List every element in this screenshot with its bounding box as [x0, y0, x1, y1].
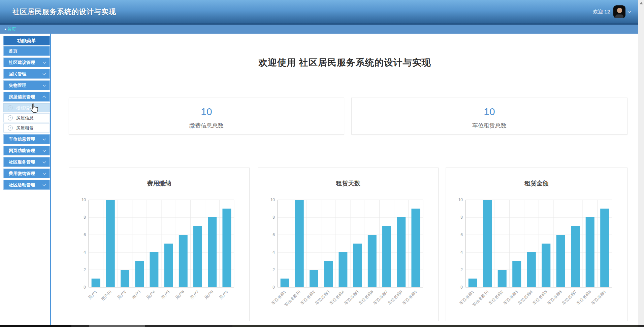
bar	[542, 244, 550, 287]
sidebar-subitem-house-rental[interactable]: ›房屋租赁	[3, 123, 50, 133]
svg-text:用户10: 用户10	[100, 289, 113, 302]
stat-label: 车位租赁总数	[352, 122, 627, 130]
svg-text:车位名称6: 车位名称6	[358, 289, 374, 306]
bar	[368, 235, 377, 287]
chevron-down-icon	[628, 10, 631, 13]
scroll-up-icon[interactable]	[640, 2, 643, 4]
svg-text:车位名称3: 车位名称3	[314, 289, 331, 306]
bar-chart: 租赁金额0246810车位名称1车位名称10车位名称2车位名称3车位名称4车位名…	[446, 168, 627, 321]
taskbar-segment	[89, 325, 145, 327]
chart-panel-1: 租赁天数0246810车位名称1车位名称10车位名称2车位名称3车位名称4车位名…	[258, 168, 439, 321]
chevron-down-icon	[43, 148, 46, 152]
svg-text:车位名称2: 车位名称2	[488, 289, 504, 306]
svg-text:车位名称4: 车位名称4	[517, 289, 534, 306]
bar	[512, 261, 521, 287]
chevron-down-icon	[43, 137, 46, 140]
chevron-down-icon	[43, 83, 46, 86]
svg-text:用户3: 用户3	[131, 289, 142, 300]
stat-value: 10	[69, 106, 344, 117]
svg-text:8: 8	[460, 215, 463, 220]
avatar-face	[617, 8, 622, 13]
sidebar-item-community-activity[interactable]: 社区活动管理	[3, 180, 50, 190]
bar	[556, 235, 565, 287]
svg-text:车位名称3: 车位名称3	[503, 289, 519, 306]
sidebar-item-fee-payment[interactable]: 费用缴纳管理	[3, 169, 50, 178]
svg-text:车位名称5: 车位名称5	[532, 289, 548, 306]
svg-text:车位名称6: 车位名称6	[546, 289, 563, 306]
sidebar-item-community-service[interactable]: 社区服务管理	[3, 157, 50, 167]
circle-arrow-icon: ›	[8, 115, 13, 120]
bar	[121, 270, 129, 287]
bar	[498, 270, 507, 287]
svg-text:车位名称10: 车位名称10	[472, 289, 490, 307]
svg-text:8: 8	[272, 215, 275, 220]
sidebar-item-parking-info[interactable]: 车位信息管理	[3, 134, 50, 144]
svg-text:用户6: 用户6	[174, 289, 185, 300]
stat-card: 10缴费信息总数	[69, 98, 344, 135]
bar	[193, 226, 202, 287]
sidebar-item-lost-found[interactable]: 失物管理	[3, 80, 50, 90]
svg-text:0: 0	[460, 285, 463, 290]
bar-chart: 费用缴纳0246810用户1用户10用户2用户3用户4用户5用户6用户7用户8用…	[69, 168, 249, 321]
sidebar-item-house-info[interactable]: 房屋信息管理	[3, 92, 50, 102]
sidebar-menu: 首页社区建议管理居民管理失物管理房屋信息管理›楼栋编号›房屋信息›房屋租赁车位信…	[3, 46, 50, 190]
sidebar-item-label: 社区活动管理	[9, 182, 35, 188]
svg-text:4: 4	[272, 250, 275, 255]
svg-text:6: 6	[272, 232, 275, 237]
sidebar-subitem-label: 楼栋编号	[16, 105, 34, 111]
svg-text:4: 4	[84, 250, 86, 255]
stat-value: 10	[352, 106, 627, 117]
svg-text:用户8: 用户8	[204, 289, 215, 300]
svg-text:车位名称7: 车位名称7	[561, 289, 578, 306]
sidebar-item-label: 失物管理	[9, 82, 26, 88]
sidebar-item-label: 居民管理	[9, 71, 26, 77]
user-menu[interactable]: 欢迎 12	[593, 0, 631, 24]
breadcrumb-home-link[interactable]: 首页	[7, 26, 16, 32]
bullet-icon: ●	[4, 27, 6, 31]
chevron-down-icon	[43, 183, 46, 186]
sidebar-item-label: 车位信息管理	[9, 136, 35, 142]
welcome-text: 欢迎 12	[593, 9, 610, 15]
svg-text:8: 8	[84, 215, 86, 220]
svg-text:6: 6	[84, 232, 86, 237]
sidebar-subitem-building-number[interactable]: ›楼栋编号	[3, 103, 50, 112]
sidebar-item-community-suggestion[interactable]: 社区建议管理	[3, 58, 50, 67]
svg-text:费用缴纳: 费用缴纳	[147, 180, 171, 187]
svg-text:2: 2	[460, 267, 463, 272]
sidebar-item-label: 社区服务管理	[9, 159, 35, 165]
bar	[353, 244, 362, 287]
svg-text:车位名称9: 车位名称9	[401, 289, 418, 306]
page-title: 欢迎使用 社区居民服务系统的设计与实现	[51, 57, 638, 69]
bar	[150, 252, 158, 287]
scrollbar[interactable]	[638, 0, 644, 327]
topbar: 社区居民服务系统的设计与实现 欢迎 12	[0, 0, 644, 25]
svg-text:用户2: 用户2	[117, 289, 127, 300]
sidebar-item-label: 费用缴纳管理	[9, 171, 35, 177]
svg-text:车位名称8: 车位名称8	[576, 289, 592, 306]
avatar-body	[615, 14, 623, 18]
sidebar-item-home[interactable]: 首页	[3, 46, 50, 56]
bar	[179, 235, 188, 287]
svg-text:租赁天数: 租赁天数	[336, 180, 361, 187]
bar	[469, 279, 477, 287]
svg-text:用户4: 用户4	[146, 289, 156, 300]
sidebar-item-resident[interactable]: 居民管理	[3, 69, 50, 79]
sidebar-subitem-house-information[interactable]: ›房屋信息	[3, 113, 50, 122]
chevron-down-icon	[43, 160, 46, 163]
app-title: 社区居民服务系统的设计与实现	[12, 0, 116, 24]
avatar[interactable]	[613, 5, 625, 18]
bar	[382, 226, 391, 287]
bar	[222, 209, 231, 287]
svg-text:2: 2	[272, 267, 275, 272]
svg-text:车位名称4: 车位名称4	[329, 289, 345, 306]
svg-text:车位名称10: 车位名称10	[284, 289, 302, 307]
svg-text:用户1: 用户1	[87, 289, 98, 300]
bar	[571, 226, 580, 287]
svg-text:0: 0	[272, 285, 275, 290]
sidebar-subitem-label: 房屋租赁	[16, 125, 34, 131]
stat-label: 缴费信息总数	[69, 122, 344, 130]
svg-text:10: 10	[270, 197, 275, 202]
sidebar-item-web-function[interactable]: 网页功能管理	[3, 146, 50, 155]
taskbar-segment	[0, 325, 71, 327]
chart-panel-2: 租赁金额0246810车位名称1车位名称10车位名称2车位名称3车位名称4车位名…	[446, 168, 627, 321]
